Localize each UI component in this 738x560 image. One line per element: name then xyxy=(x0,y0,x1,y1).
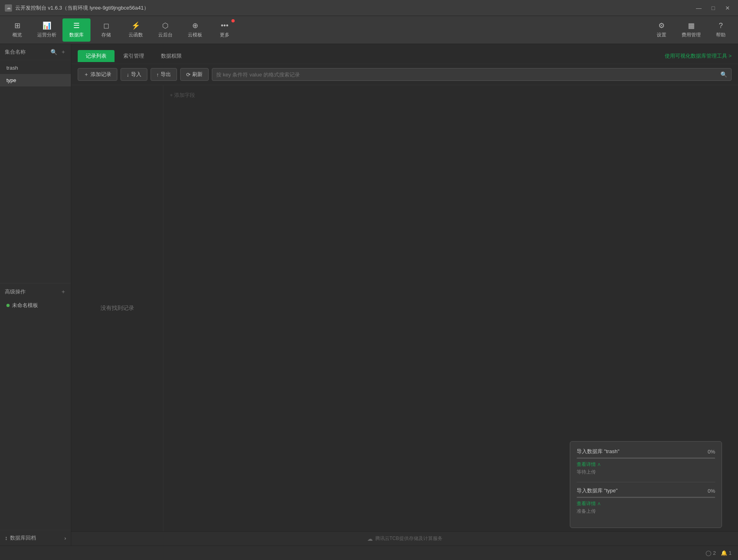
nav-item-functions[interactable]: ⚡ 云函数 xyxy=(122,18,150,42)
nav-label-storage: 存储 xyxy=(101,32,111,38)
content-tabs: 记录列表 索引管理 数据权限 使用可视化数据库管理工具 > xyxy=(71,44,738,64)
close-button[interactable]: ✕ xyxy=(722,4,733,12)
overview-icon: ⊞ xyxy=(14,21,20,30)
nav-item-overview[interactable]: ⊞ 概览 xyxy=(3,18,31,42)
sidebar-item-trash[interactable]: trash xyxy=(0,62,71,74)
nav-label-settings: 设置 xyxy=(657,32,666,38)
export-label: 导出 xyxy=(161,71,171,78)
import-detail-link-trash[interactable]: 查看详情 ∧ xyxy=(577,461,715,468)
tab-index-management[interactable]: 索引管理 xyxy=(115,50,152,62)
nav-label-templates: 云模板 xyxy=(188,32,202,38)
advanced-section-title: 高级操作 xyxy=(5,288,60,295)
export-icon: ↑ xyxy=(157,72,159,78)
add-record-icon: ＋ xyxy=(84,71,89,78)
nav-item-backend[interactable]: ⬡ 云后台 xyxy=(151,18,179,42)
nav-item-more[interactable]: ••• 更多 xyxy=(211,18,239,42)
sidebar-divider xyxy=(0,283,71,283)
refresh-label: 刷新 xyxy=(192,71,203,78)
notifications-icon: 🔔 xyxy=(721,550,727,556)
import-button[interactable]: ↓ 导入 xyxy=(121,68,147,81)
nav-label-backend: 云后台 xyxy=(158,32,173,38)
import-divider xyxy=(577,482,715,482)
import-status-trash: 等待上传 xyxy=(577,469,715,476)
sidebar-title: 集合名称 xyxy=(5,48,50,56)
minimize-button[interactable]: — xyxy=(693,4,704,12)
tab-record-list[interactable]: 记录列表 xyxy=(78,50,115,62)
import-progress-bar-type xyxy=(577,497,715,498)
refresh-button[interactable]: ⟳ 刷新 xyxy=(180,68,209,81)
import-task-type-header: 导入数据库 "type" 0% xyxy=(577,487,715,494)
add-field-button[interactable]: + 添加字段 xyxy=(170,92,195,99)
import-label: 导入 xyxy=(131,71,141,78)
import-task-trash-title: 导入数据库 "trash" xyxy=(577,448,708,455)
manage-tool-link[interactable]: 使用可视化数据库管理工具 > xyxy=(665,52,732,60)
import-progress-bar-trash xyxy=(577,458,715,459)
footer-cloud-icon: ☁ xyxy=(367,536,373,542)
record-list-panel: 没有找到记录 xyxy=(71,85,163,531)
app-title: 云开发控制台 v1.6.3（当前环境 lyree-9gti9jngbce56a4… xyxy=(15,4,693,12)
import-icon: ↓ xyxy=(127,72,129,78)
sidebar-item-type[interactable]: type xyxy=(0,74,71,86)
sidebar: 集合名称 🔍 ＋ trash type 高级操作 ＋ 未命名模板 ↕ xyxy=(0,44,71,546)
nav-item-templates[interactable]: ⊕ 云模板 xyxy=(181,18,209,42)
toolbar: ＋ 添加记录 ↓ 导入 ↑ 导出 ⟳ 刷新 🔍 xyxy=(71,64,738,85)
tabs-group: 记录列表 索引管理 数据权限 xyxy=(78,50,190,62)
nav-item-billing[interactable]: ▦ 费用管理 xyxy=(677,18,705,42)
import-task-trash: 导入数据库 "trash" 0% 查看详情 ∧ 等待上传 xyxy=(577,448,715,476)
title-bar: ☁ 云开发控制台 v1.6.3（当前环境 lyree-9gti9jngbce56… xyxy=(0,0,738,16)
template-dot xyxy=(6,304,10,307)
nav-item-settings[interactable]: ⚙ 设置 xyxy=(648,18,676,42)
search-submit-icon[interactable]: 🔍 xyxy=(720,71,727,78)
import-task-type-title: 导入数据库 "type" xyxy=(577,487,708,494)
nav-label-overview: 概览 xyxy=(12,32,22,38)
settings-icon: ⚙ xyxy=(658,21,665,30)
nav-label-more: 更多 xyxy=(220,32,229,38)
status-notifications[interactable]: 🔔 1 xyxy=(721,550,732,556)
sidebar-search-button[interactable]: 🔍 xyxy=(50,48,57,56)
footer: ☁ 腾讯云TCB提供存储及计算服务 xyxy=(71,531,738,546)
more-icon: ••• xyxy=(221,22,229,30)
sidebar-header-actions: 🔍 ＋ xyxy=(50,48,66,56)
import-task-trash-percent: 0% xyxy=(708,449,715,455)
nav-item-help[interactable]: ? 帮助 xyxy=(707,18,735,42)
refresh-icon: ⟳ xyxy=(186,72,191,78)
billing-icon: ▦ xyxy=(688,21,695,30)
sidebar-bottom-db-restore[interactable]: ↕ 数据库回档 › xyxy=(0,530,71,546)
import-panel: 导入数据库 "trash" 0% 查看详情 ∧ 等待上传 导入数据库 "type… xyxy=(570,441,722,528)
import-task-trash-header: 导入数据库 "trash" 0% xyxy=(577,448,715,455)
nav-item-storage[interactable]: ◻ 存储 xyxy=(92,18,120,42)
add-record-label: 添加记录 xyxy=(90,71,111,78)
sidebar-add-button[interactable]: ＋ xyxy=(60,48,66,56)
search-input[interactable] xyxy=(216,72,720,78)
import-task-type-detail: 查看详情 ∧ 准备上传 xyxy=(577,500,715,515)
functions-icon: ⚡ xyxy=(131,21,140,30)
sidebar-advanced-section: 高级操作 ＋ xyxy=(0,285,71,299)
import-status-type: 准备上传 xyxy=(577,508,715,515)
nav-label-functions: 云函数 xyxy=(129,32,143,38)
sidebar-collection-list: trash type xyxy=(0,60,71,281)
db-restore-label: 数据库回档 xyxy=(10,534,64,542)
db-restore-icon: ↕ xyxy=(5,535,8,541)
database-icon: ☰ xyxy=(73,21,80,30)
app-icon: ☁ xyxy=(5,4,12,12)
nav-right: ⚙ 设置 ▦ 费用管理 ? 帮助 xyxy=(648,18,735,42)
backend-icon: ⬡ xyxy=(162,21,169,30)
messages-icon: ◯ xyxy=(706,550,712,556)
advanced-add-button[interactable]: ＋ xyxy=(60,288,66,295)
sidebar-header: 集合名称 🔍 ＋ xyxy=(0,44,71,60)
footer-text: 腾讯云TCB提供存储及计算服务 xyxy=(375,535,442,542)
tab-data-permissions[interactable]: 数据权限 xyxy=(153,50,190,62)
template-label: 未命名模板 xyxy=(12,302,38,309)
import-detail-link-type[interactable]: 查看详情 ∧ xyxy=(577,500,715,507)
nav-item-database[interactable]: ☰ 数据库 xyxy=(62,18,90,42)
top-nav: ⊞ 概览 📊 运营分析 ☰ 数据库 ◻ 存储 ⚡ 云函数 ⬡ 云后台 ⊕ 云模板… xyxy=(0,16,738,44)
maximize-button[interactable]: □ xyxy=(708,4,719,12)
import-task-type-percent: 0% xyxy=(708,488,715,494)
storage-icon: ◻ xyxy=(103,21,109,30)
sidebar-template-item[interactable]: 未命名模板 xyxy=(0,299,71,312)
nav-item-analytics[interactable]: 📊 运营分析 xyxy=(33,18,61,42)
export-button[interactable]: ↑ 导出 xyxy=(151,68,177,81)
add-record-button[interactable]: ＋ 添加记录 xyxy=(78,68,117,81)
status-messages[interactable]: ◯ 2 xyxy=(706,550,716,556)
window-controls: — □ ✕ xyxy=(693,4,733,12)
